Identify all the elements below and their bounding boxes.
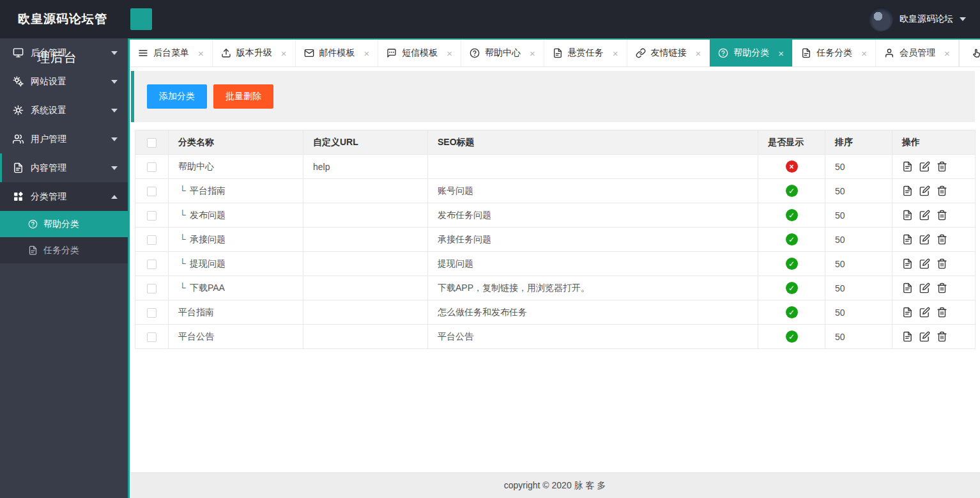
tab-close-icon[interactable]: × — [447, 48, 452, 59]
sidebar-item[interactable]: 用户管理 — [0, 125, 128, 153]
copyright-text: copyright © 2020 脉 客 多 — [504, 480, 606, 492]
visible-on-icon[interactable]: ✓ — [786, 209, 798, 221]
sidebar-item[interactable]: 系统设置 — [0, 96, 128, 125]
tab-close-icon[interactable]: × — [198, 48, 204, 59]
tab[interactable]: 友情链接× — [627, 40, 710, 66]
view-button[interactable] — [902, 331, 913, 342]
table-row: └提现问题提现问题✓50 — [135, 252, 976, 276]
tab-close-icon[interactable]: × — [613, 48, 618, 59]
tab[interactable]: 后台菜单× — [130, 40, 213, 66]
edit-button[interactable] — [919, 258, 930, 269]
view-button[interactable] — [902, 258, 913, 269]
visible-on-icon[interactable]: ✓ — [786, 185, 798, 197]
visible-on-icon[interactable]: ✓ — [786, 306, 798, 318]
document-icon — [13, 162, 24, 173]
delete-button[interactable] — [937, 283, 947, 293]
chevron-down-icon — [111, 109, 118, 113]
category-name-cell: └平台指南 — [169, 179, 303, 203]
hamburger-icon — [135, 13, 147, 25]
row-checkbox[interactable] — [147, 332, 157, 342]
document-icon — [553, 48, 563, 58]
visible-on-icon[interactable]: ✓ — [786, 331, 798, 343]
tab[interactable]: 悬赏任务× — [544, 40, 627, 66]
tab-close-icon[interactable]: × — [696, 48, 701, 59]
delete-button[interactable] — [937, 185, 947, 196]
sidebar-item[interactable]: 内容管理 — [0, 153, 128, 182]
sidebar-toggle-button[interactable] — [130, 8, 152, 30]
row-checkbox[interactable] — [147, 260, 157, 269]
row-select-cell — [135, 325, 169, 349]
chevron-down-icon — [111, 137, 118, 141]
sidebar-nav: 后台管理理后台网站设置系统设置用户管理内容管理分类管理帮助分类任务分类 — [0, 38, 128, 498]
seo-title-cell: 账号问题 — [428, 179, 758, 203]
tab-close-icon[interactable]: × — [861, 48, 867, 59]
tab-close-icon[interactable]: × — [778, 48, 784, 59]
edit-button[interactable] — [919, 185, 930, 196]
delete-button[interactable] — [937, 307, 947, 318]
tab-label: 后台菜单 — [153, 47, 189, 59]
view-button[interactable] — [902, 234, 913, 245]
tab-label: 帮助分类 — [733, 47, 769, 59]
row-checkbox[interactable] — [147, 308, 157, 318]
tab-close-icon[interactable]: × — [364, 48, 370, 59]
tab[interactable]: 版本升级× — [213, 40, 296, 66]
row-checkbox[interactable] — [147, 235, 157, 245]
visible-cell: ✓ — [758, 228, 825, 252]
sidebar-item[interactable]: 网站设置 — [0, 67, 128, 96]
tab[interactable]: 帮助分类× — [710, 40, 793, 66]
edit-button[interactable] — [919, 331, 930, 342]
sidebar-item[interactable]: 后台管理理后台 — [0, 38, 128, 67]
sidebar-subitem[interactable]: 任务分类 — [0, 237, 128, 263]
sidebar-subitem[interactable]: 帮助分类 — [0, 211, 128, 237]
tab[interactable]: 帮助中心× — [461, 40, 544, 66]
chevron-down-icon — [960, 17, 966, 21]
select-all-header-cell — [135, 130, 169, 155]
delete-button[interactable] — [937, 210, 947, 221]
user-icon — [884, 48, 894, 58]
delete-button[interactable] — [937, 234, 947, 245]
edit-button[interactable] — [919, 234, 930, 245]
tab-close-icon[interactable]: × — [530, 48, 535, 59]
edit-button[interactable] — [919, 283, 930, 293]
page-actions-dropdown[interactable]: 页面操作 — [959, 40, 980, 66]
tab[interactable]: 邮件模板× — [296, 40, 379, 66]
delete-button[interactable] — [937, 331, 947, 342]
category-table: 分类名称自定义URLSEO标题是否显示排序操作 帮助中心help×50└平台指南… — [135, 130, 976, 349]
sidebar-item-label: 系统设置 — [31, 105, 66, 116]
tab[interactable]: 会员管理× — [876, 40, 959, 66]
select-all-checkbox[interactable] — [147, 138, 157, 148]
edit-button[interactable] — [919, 161, 930, 172]
view-button[interactable] — [902, 210, 913, 221]
view-button[interactable] — [902, 185, 913, 196]
view-button[interactable] — [902, 307, 913, 318]
tab[interactable]: 任务分类× — [793, 40, 876, 66]
visible-off-icon[interactable]: × — [786, 160, 798, 173]
row-checkbox[interactable] — [147, 284, 157, 293]
visible-on-icon[interactable]: ✓ — [786, 233, 798, 245]
sidebar-item-label: 用户管理 — [31, 134, 66, 145]
tab-label: 任务分类 — [816, 47, 852, 59]
row-checkbox[interactable] — [147, 187, 157, 196]
view-button[interactable] — [902, 283, 913, 293]
edit-button[interactable] — [919, 307, 930, 318]
add-category-button[interactable]: 添加分类 — [147, 84, 207, 109]
tab-close-icon[interactable]: × — [281, 48, 287, 59]
category-name-cell: 帮助中心 — [169, 155, 303, 179]
custom-url-cell — [303, 300, 428, 325]
table-row: 帮助中心help×50 — [135, 155, 976, 179]
sidebar-item[interactable]: 分类管理 — [0, 182, 128, 211]
tab[interactable]: 短信模板× — [378, 40, 461, 66]
edit-button[interactable] — [919, 210, 930, 221]
tab-label: 帮助中心 — [485, 47, 521, 59]
delete-button[interactable] — [937, 161, 947, 172]
row-checkbox[interactable] — [147, 162, 157, 172]
user-menu[interactable]: 欧皇源码论坛 — [869, 7, 980, 31]
delete-button[interactable] — [937, 258, 947, 269]
view-button[interactable] — [902, 161, 913, 172]
visible-on-icon[interactable]: ✓ — [786, 258, 798, 270]
row-checkbox[interactable] — [147, 211, 157, 221]
main-area: 后台菜单×版本升级×邮件模板×短信模板×帮助中心×悬赏任务×友情链接×帮助分类×… — [128, 38, 980, 498]
tab-close-icon[interactable]: × — [944, 48, 950, 59]
visible-on-icon[interactable]: ✓ — [786, 282, 798, 294]
batch-delete-button[interactable]: 批量删除 — [213, 84, 273, 109]
